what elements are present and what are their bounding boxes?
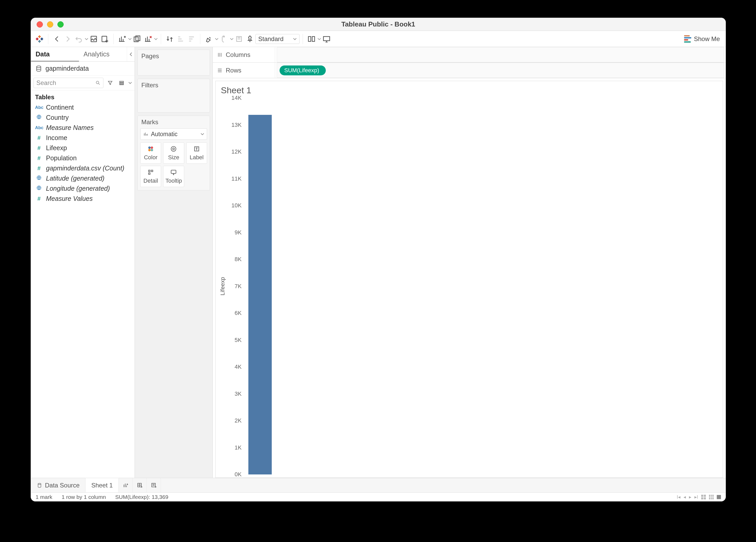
rows-pill-sum-lifeexp[interactable]: SUM(Lifeexp) xyxy=(280,65,326,75)
svg-rect-5 xyxy=(37,38,38,40)
swap-rows-columns-icon[interactable] xyxy=(164,34,175,44)
cards-pane: Pages Filters Marks Automatic xyxy=(135,47,213,478)
y-tick: 1K xyxy=(235,444,242,451)
titlebar: Tableau Public - Book1 xyxy=(31,18,726,31)
show-tab-icon[interactable] xyxy=(717,495,721,499)
sort-desc-icon[interactable] xyxy=(186,34,197,44)
string-type-icon: Abc xyxy=(35,105,43,110)
marks-size-button[interactable]: Size xyxy=(163,142,184,164)
group-icon[interactable] xyxy=(218,34,229,44)
data-source-row[interactable]: gapminderdata xyxy=(31,62,135,76)
svg-rect-7 xyxy=(41,38,42,40)
back-button[interactable] xyxy=(51,34,62,44)
fields-menu-caret[interactable] xyxy=(128,81,132,85)
search-input[interactable]: Search xyxy=(34,78,103,88)
first-sheet-icon[interactable]: I◂ xyxy=(677,494,680,500)
new-story-tab[interactable] xyxy=(147,478,161,492)
field-latitude-generated-[interactable]: Latitude (generated) xyxy=(31,173,135,183)
new-worksheet-tab[interactable] xyxy=(119,478,133,492)
color-icon xyxy=(147,145,154,153)
last-sheet-icon[interactable]: ▸I xyxy=(694,494,698,500)
fit-label: Standard xyxy=(258,35,283,43)
marks-color-button[interactable]: Color xyxy=(140,142,161,164)
prev-sheet-icon[interactable]: ◂ xyxy=(684,494,686,500)
search-icon xyxy=(95,80,101,85)
undo-redo-save-icon[interactable] xyxy=(73,34,84,44)
status-marks: 1 mark xyxy=(36,494,52,500)
field-longitude-generated-[interactable]: Longitude (generated) xyxy=(31,183,135,194)
y-tick: 3K xyxy=(235,391,242,397)
tab-analytics[interactable]: Analytics xyxy=(79,47,127,61)
columns-icon xyxy=(217,52,223,58)
y-tick: 2K xyxy=(235,417,242,424)
text-icon xyxy=(193,145,200,153)
number-type-icon: # xyxy=(35,145,43,151)
worksheet-area: Columns Rows SUM(Lifeexp) Sheet 1 xyxy=(213,47,726,478)
field-label: Income xyxy=(46,134,67,142)
svg-rect-15 xyxy=(312,36,315,41)
y-tick: 5K xyxy=(235,337,242,343)
show-cards-icon[interactable] xyxy=(306,34,317,44)
show-me-button[interactable]: Show Me xyxy=(684,35,722,43)
show-labels-icon[interactable] xyxy=(234,34,244,44)
tableau-logo-icon[interactable] xyxy=(34,34,45,44)
tab-data[interactable]: Data xyxy=(31,47,79,61)
view-fields-icon[interactable] xyxy=(117,78,126,88)
sheet-title[interactable]: Sheet 1 xyxy=(216,81,723,98)
y-tick: 12K xyxy=(231,148,242,155)
field-gapminderdata-csv-count-[interactable]: #gapminderdata.csv (Count) xyxy=(31,163,135,173)
string-type-icon: Abc xyxy=(35,125,43,130)
y-tick: 11K xyxy=(231,175,242,182)
fit-dropdown[interactable]: Standard xyxy=(255,34,300,44)
clear-sheet-icon[interactable] xyxy=(143,34,154,44)
field-continent[interactable]: AbcContinent xyxy=(31,102,135,113)
save-icon[interactable] xyxy=(88,34,99,44)
forward-button[interactable] xyxy=(62,34,73,44)
tab-sheet-1[interactable]: Sheet 1 xyxy=(85,478,119,492)
data-source-name: gapminderdata xyxy=(45,65,89,72)
window-title: Tableau Public - Book1 xyxy=(31,20,726,28)
chart-plot[interactable] xyxy=(243,98,272,474)
duplicate-sheet-icon[interactable] xyxy=(132,34,143,44)
field-measure-names[interactable]: AbcMeasure Names xyxy=(31,123,135,133)
filter-fields-icon[interactable] xyxy=(105,78,115,88)
field-label: Population xyxy=(46,154,77,162)
highlight-icon[interactable] xyxy=(203,34,214,44)
rows-shelf[interactable]: Rows SUM(Lifeexp) xyxy=(213,63,726,78)
sort-asc-icon[interactable] xyxy=(175,34,186,44)
field-income[interactable]: #Income xyxy=(31,133,135,143)
detail-icon xyxy=(147,169,154,176)
field-measure-values[interactable]: #Measure Values xyxy=(31,194,135,204)
field-population[interactable]: #Population xyxy=(31,153,135,163)
show-filmstrip-icon[interactable] xyxy=(701,495,706,499)
viz-canvas: Sheet 1 Lifeexp 14K13K12K11K10K9K8K7K6K5… xyxy=(215,81,723,478)
marks-tooltip-button[interactable]: Tooltip xyxy=(163,166,184,187)
filters-card[interactable]: Filters xyxy=(137,79,210,113)
field-country[interactable]: Country xyxy=(31,113,135,123)
marks-detail-button[interactable]: Detail xyxy=(140,166,161,187)
new-dashboard-tab[interactable] xyxy=(133,478,147,492)
svg-rect-19 xyxy=(120,81,124,82)
pages-card[interactable]: Pages xyxy=(137,50,210,76)
svg-rect-3 xyxy=(38,41,41,42)
field-label: Longitude (generated) xyxy=(46,185,110,192)
show-me-label: Show Me xyxy=(694,35,720,43)
field-label: Lifeexp xyxy=(46,144,67,152)
collapse-pane-button[interactable] xyxy=(127,47,135,61)
mark-type-dropdown[interactable]: Automatic xyxy=(140,128,207,140)
new-worksheet-icon[interactable] xyxy=(117,34,128,44)
new-data-source-icon[interactable] xyxy=(99,34,110,44)
pin-icon[interactable] xyxy=(244,34,255,44)
tab-data-source[interactable]: Data Source xyxy=(31,478,85,492)
field-lifeexp[interactable]: #Lifeexp xyxy=(31,143,135,153)
next-sheet-icon[interactable]: ▸ xyxy=(689,494,691,500)
presentation-mode-icon[interactable] xyxy=(321,34,332,44)
columns-shelf[interactable]: Columns xyxy=(213,47,726,63)
show-sheets-icon[interactable] xyxy=(709,495,714,499)
bar-mark[interactable] xyxy=(248,115,272,474)
svg-point-25 xyxy=(148,147,151,149)
field-label: Measure Values xyxy=(46,195,93,202)
marks-label-button[interactable]: Label xyxy=(186,142,207,164)
data-pane: Data Analytics gapminderdata Search Tab xyxy=(31,47,135,478)
marks-card: Marks Automatic Color xyxy=(137,116,210,190)
